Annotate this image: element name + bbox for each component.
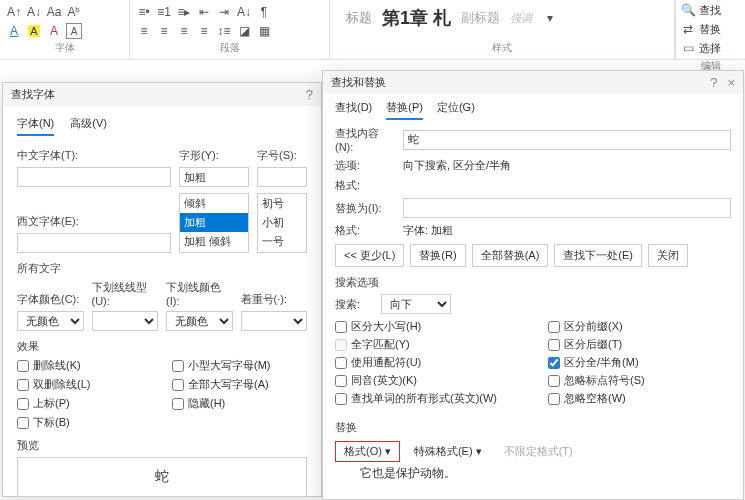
- borders-icon[interactable]: ▦: [256, 23, 272, 39]
- search-direction-select[interactable]: 向下: [381, 294, 451, 314]
- highlight-icon[interactable]: A: [26, 23, 42, 39]
- west-font-input[interactable]: [17, 233, 171, 253]
- tab-find[interactable]: 查找(D): [335, 100, 372, 120]
- line-spacing-icon[interactable]: ↕≡: [216, 23, 232, 39]
- section-effects: 效果: [17, 339, 307, 354]
- align-left-icon[interactable]: ≡: [136, 23, 152, 39]
- chk-match-case[interactable]: 区分大小写(H): [335, 319, 518, 334]
- style-input[interactable]: [179, 167, 249, 187]
- style-subtitle[interactable]: 副标题: [461, 9, 500, 27]
- chk-strike[interactable]: 删除线(K): [17, 358, 152, 373]
- chk-wildcards[interactable]: 使用通配符(U): [335, 355, 518, 370]
- shading-icon[interactable]: ◪: [236, 23, 252, 39]
- tab-replace[interactable]: 替换(P): [386, 100, 423, 120]
- chk-prefix[interactable]: 区分前缀(X): [548, 319, 731, 334]
- bullets-icon[interactable]: ≡•: [136, 4, 152, 20]
- font-red-icon[interactable]: A: [46, 23, 62, 39]
- font-color-icon[interactable]: A: [6, 23, 22, 39]
- label-size: 字号(S):: [257, 148, 307, 163]
- chk-ignore-space[interactable]: 忽略空格(W): [548, 391, 731, 406]
- font-grow-icon[interactable]: A↑: [6, 4, 22, 20]
- align-right-icon[interactable]: ≡: [176, 23, 192, 39]
- chk-sup[interactable]: 上标(P): [17, 396, 152, 411]
- dialog-title: 查找和替换: [331, 75, 386, 90]
- chk-allcap[interactable]: 全部大写字母(A): [172, 377, 307, 392]
- find-what-input[interactable]: [403, 130, 731, 150]
- size-input[interactable]: [257, 167, 307, 187]
- find-font-dialog: 查找字体 ? 字体(N) 高级(V) 中文字体(T): 字形(Y): 字号(S)…: [2, 82, 322, 497]
- label-replace-with: 替换为(I):: [335, 201, 397, 216]
- special-button[interactable]: 特殊格式(E) ▾: [406, 441, 490, 462]
- indent-inc-icon[interactable]: ⇥: [216, 4, 232, 20]
- change-case-icon[interactable]: Aa: [46, 4, 62, 20]
- document-text: 它也是保护动物。: [360, 465, 456, 482]
- preview-box: 蛇: [17, 457, 307, 497]
- underline-style-select[interactable]: [92, 311, 159, 331]
- section-replace: 替换: [335, 420, 731, 435]
- numbering-icon[interactable]: ≡1: [156, 4, 172, 20]
- ribbon-label: 字体: [6, 41, 123, 57]
- align-justify-icon[interactable]: ≡: [196, 23, 212, 39]
- ribbon-group-font: A↑ A↓ Aa Aᵇ A A A A 字体: [0, 0, 130, 59]
- chk-ignore-punct[interactable]: 忽略标点符号(S): [548, 373, 731, 388]
- close-button2[interactable]: 关闭: [648, 244, 688, 267]
- chk-sounds[interactable]: 同音(英文)(K): [335, 373, 518, 388]
- replace-button[interactable]: 替换(R): [410, 244, 465, 267]
- section-all-text: 所有文字: [17, 261, 307, 276]
- dialog-title: 查找字体: [11, 87, 55, 102]
- clear-format-icon[interactable]: Aᵇ: [66, 4, 82, 20]
- show-marks-icon[interactable]: ¶: [256, 4, 272, 20]
- style-title[interactable]: 标题: [346, 9, 372, 27]
- multilevel-icon[interactable]: ≡▸: [176, 4, 192, 20]
- style-listbox[interactable]: 倾斜 加粗 加粗 倾斜: [179, 193, 249, 253]
- help-button[interactable]: ?: [306, 87, 313, 102]
- replace-with-input[interactable]: [403, 198, 731, 218]
- underline-color-select[interactable]: 无颜色: [166, 311, 233, 331]
- select-button[interactable]: ▭选择: [680, 40, 741, 56]
- chk-whole-word[interactable]: 全字匹配(Y): [335, 337, 518, 352]
- tab-font[interactable]: 字体(N): [17, 116, 54, 136]
- chk-sub[interactable]: 下标(B): [17, 415, 152, 430]
- ribbon-group-paragraph: ≡• ≡1 ≡▸ ⇤ ⇥ A↓ ¶ ≡ ≡ ≡ ≡ ↕≡ ◪ ▦ 段落: [130, 0, 330, 59]
- chk-forms[interactable]: 查找单词的所有形式(英文)(W): [335, 391, 518, 406]
- align-center-icon[interactable]: ≡: [156, 23, 172, 39]
- font-color-select[interactable]: 无颜色: [17, 311, 84, 331]
- chk-suffix[interactable]: 区分后缀(T): [548, 337, 731, 352]
- less-button[interactable]: << 更少(L): [335, 244, 404, 267]
- replace-icon: ⇄: [680, 21, 696, 37]
- chk-hidden[interactable]: 隐藏(H): [172, 396, 307, 411]
- ribbon-group-styles: 标题 第1章 札 副标题 强调 ▾ 样式: [330, 0, 675, 59]
- tab-advanced[interactable]: 高级(V): [70, 116, 107, 136]
- find-button[interactable]: 🔍查找: [680, 2, 741, 18]
- ribbon-label: 段落: [136, 41, 323, 57]
- label-style: 字形(Y):: [179, 148, 249, 163]
- search-icon: 🔍: [680, 2, 696, 18]
- label-find-what: 查找内容(N):: [335, 126, 397, 153]
- tab-goto[interactable]: 定位(G): [437, 100, 475, 120]
- styles-more-icon[interactable]: ▾: [542, 10, 558, 26]
- style-emphasis[interactable]: 强调: [510, 11, 532, 26]
- style-chapter[interactable]: 第1章 札: [382, 6, 451, 30]
- label-cn-font: 中文字体(T):: [17, 148, 171, 163]
- select-icon: ▭: [680, 40, 696, 56]
- no-format-button: 不限定格式(T): [496, 441, 581, 462]
- char-border-icon[interactable]: A: [66, 23, 82, 39]
- chk-dstrike[interactable]: 双删除线(L): [17, 377, 152, 392]
- find-replace-dialog: 查找和替换 ? × 查找(D) 替换(P) 定位(G) 查找内容(N): 选项:…: [322, 70, 744, 500]
- section-preview: 预览: [17, 438, 307, 453]
- emphasis-select[interactable]: [241, 311, 308, 331]
- sort-icon[interactable]: A↓: [236, 4, 252, 20]
- ribbon: A↑ A↓ Aa Aᵇ A A A A 字体 ≡• ≡1 ≡▸ ⇤ ⇥ A↓ ¶…: [0, 0, 745, 60]
- font-shrink-icon[interactable]: A↓: [26, 4, 42, 20]
- format-button[interactable]: 格式(O) ▾: [335, 441, 400, 462]
- indent-dec-icon[interactable]: ⇤: [196, 4, 212, 20]
- find-next-button[interactable]: 查找下一处(E): [554, 244, 642, 267]
- chk-smallcap[interactable]: 小型大写字母(M): [172, 358, 307, 373]
- chk-fullhalf[interactable]: 区分全/半角(M): [548, 355, 731, 370]
- close-button[interactable]: ×: [727, 75, 735, 90]
- help-button[interactable]: ?: [710, 75, 717, 90]
- size-listbox[interactable]: 初号 小初 一号: [257, 193, 307, 253]
- replace-button[interactable]: ⇄替换: [680, 21, 741, 37]
- cn-font-input[interactable]: [17, 167, 171, 187]
- replace-all-button[interactable]: 全部替换(A): [472, 244, 549, 267]
